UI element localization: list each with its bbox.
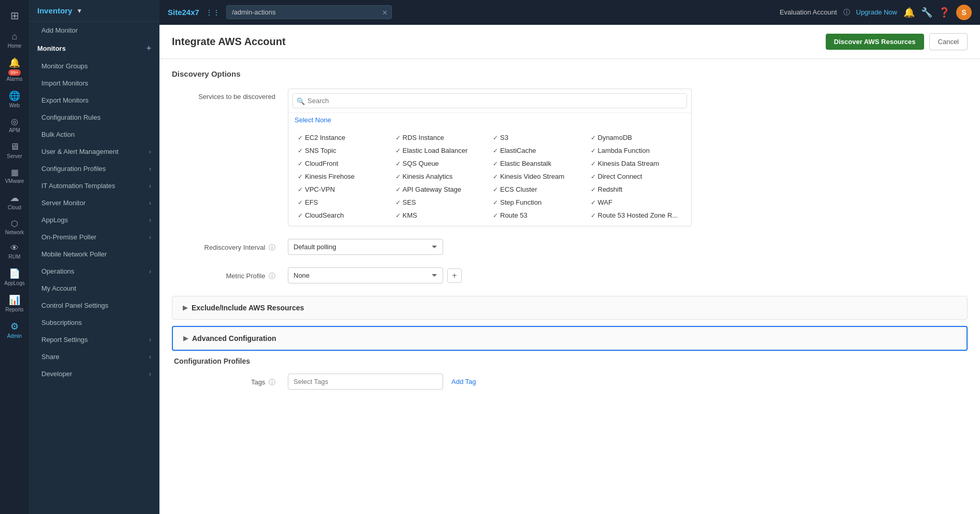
- service-check-icon: ✓: [396, 147, 401, 154]
- service-item[interactable]: ✓EC2 Instance: [295, 131, 392, 144]
- service-item[interactable]: ✓SNS Topic: [295, 144, 392, 157]
- metric-profile-info-icon: ⓘ: [269, 272, 275, 280]
- service-item[interactable]: ✓Kinesis Firehose: [295, 170, 392, 183]
- service-item[interactable]: ✓CloudFront: [295, 157, 392, 170]
- sidebar-item-applogs[interactable]: AppLogs ›: [29, 211, 159, 229]
- discover-aws-button[interactable]: Discover AWS Resources: [826, 34, 924, 50]
- service-item[interactable]: ✓RDS Instance: [392, 131, 490, 144]
- services-search-icon: 🔍: [297, 97, 305, 105]
- service-item[interactable]: ✓CloudSearch: [295, 209, 392, 222]
- search-clear-icon[interactable]: ✕: [382, 8, 388, 16]
- service-item[interactable]: ✓S3: [490, 131, 588, 144]
- sidebar-item-monitor-groups[interactable]: Monitor Groups: [29, 58, 159, 75]
- metric-profile-select[interactable]: None: [288, 267, 443, 283]
- sidebar-item-configuration-rules[interactable]: Configuration Rules: [29, 109, 159, 126]
- nav-item-admin[interactable]: ⚙ Admin: [0, 317, 29, 343]
- service-item[interactable]: ✓API Gateway Stage: [392, 183, 490, 196]
- service-item[interactable]: ✓SES: [392, 196, 490, 209]
- sidebar-item-on-premise[interactable]: On-Premise Poller ›: [29, 229, 159, 246]
- wrench-icon[interactable]: 🔧: [921, 7, 932, 18]
- service-check-icon: ✓: [298, 212, 303, 219]
- select-none-link[interactable]: Select None: [288, 113, 338, 127]
- service-item[interactable]: ✓Route 53: [490, 209, 588, 222]
- tags-info-icon: ⓘ: [269, 378, 275, 386]
- service-item[interactable]: ✓Direct Connect: [588, 170, 685, 183]
- service-item[interactable]: ✓VPC-VPN: [295, 183, 392, 196]
- sidebar-item-report-settings[interactable]: Report Settings ›: [29, 331, 159, 348]
- sidebar-item-monitors[interactable]: Monitors +: [29, 39, 159, 58]
- content-body: Discovery Options Services to be discove…: [159, 59, 980, 412]
- sidebar-item-my-account[interactable]: My Account: [29, 280, 159, 297]
- service-item[interactable]: ✓Route 53 Hosted Zone R...: [588, 209, 685, 222]
- nav-item-server[interactable]: 🖥 Server: [0, 137, 29, 163]
- eval-account-label: Evaluation Account: [780, 8, 837, 16]
- exclude-header[interactable]: ▶ Exclude/Include AWS Resources: [172, 296, 967, 319]
- nav-item-rum[interactable]: 👁 RUM: [0, 239, 29, 264]
- service-item[interactable]: ✓ElastiCache: [490, 144, 588, 157]
- sidebar-item-it-automation[interactable]: IT Automation Templates ›: [29, 177, 159, 194]
- nav-item-applogs[interactable]: 📄 AppLogs: [0, 264, 29, 290]
- sidebar-item-share[interactable]: Share ›: [29, 348, 159, 365]
- advanced-header[interactable]: ▶ Advanced Configuration: [173, 327, 967, 350]
- sidebar-item-developer[interactable]: Developer ›: [29, 365, 159, 382]
- report-settings-arrow-icon: ›: [149, 336, 151, 344]
- add-tag-link[interactable]: Add Tag: [451, 378, 476, 386]
- nav-item-apm[interactable]: ◎ APM: [0, 112, 29, 137]
- service-item[interactable]: ✓Elastic Beanstalk: [490, 157, 588, 170]
- service-item[interactable]: ✓EFS: [295, 196, 392, 209]
- avatar[interactable]: S: [956, 5, 972, 20]
- rediscovery-select[interactable]: Default polling 1 hour 6 hours 12 hours …: [288, 239, 443, 255]
- advanced-section: ▶ Advanced Configuration: [172, 326, 968, 351]
- sidebar-item-import-monitors[interactable]: Import Monitors: [29, 75, 159, 92]
- sidebar-item-user-alert[interactable]: User & Alert Management ›: [29, 143, 159, 160]
- nav-item-home[interactable]: ⌂ Home: [0, 27, 29, 53]
- monitors-add-icon[interactable]: +: [147, 44, 151, 53]
- nav-item-cloud[interactable]: ☁ Cloud: [0, 188, 29, 215]
- tags-input[interactable]: [288, 374, 443, 390]
- service-item[interactable]: ✓Kinesis Data Stream: [588, 157, 685, 170]
- service-item[interactable]: ✓KMS: [392, 209, 490, 222]
- applogs-arrow-icon: ›: [149, 217, 151, 224]
- service-item[interactable]: ✓Redshift: [588, 183, 685, 196]
- nav-item-alarms[interactable]: 🔔 99+ Alarms: [0, 53, 29, 86]
- service-item[interactable]: ✓Step Function: [490, 196, 588, 209]
- service-item[interactable]: ✓Kinesis Video Stream: [490, 170, 588, 183]
- topbar-search-input[interactable]: [226, 5, 392, 19]
- sidebar-item-add-monitor[interactable]: Add Monitor: [29, 22, 159, 39]
- sidebar-item-operations[interactable]: Operations ›: [29, 263, 159, 280]
- service-item[interactable]: ✓SQS Queue: [392, 157, 490, 170]
- sidebar-item-export-monitors[interactable]: Export Monitors: [29, 92, 159, 109]
- service-check-icon: ✓: [396, 186, 401, 193]
- sidebar-item-bulk-action[interactable]: Bulk Action: [29, 126, 159, 143]
- service-item[interactable]: ✓Kinesis Analytics: [392, 170, 490, 183]
- sidebar-item-mobile-network[interactable]: Mobile Network Poller: [29, 246, 159, 263]
- service-item[interactable]: ✓Lambda Function: [588, 144, 685, 157]
- service-item[interactable]: ✓Elastic Load Balancer: [392, 144, 490, 157]
- metric-profile-add-button[interactable]: +: [447, 268, 462, 283]
- sidebar-item-server-monitor[interactable]: Server Monitor ›: [29, 194, 159, 211]
- service-item[interactable]: ✓DynamoDB: [588, 131, 685, 144]
- nav-item-reports[interactable]: 📊 Reports: [0, 290, 29, 317]
- nav-item-web[interactable]: 🌐 Web: [0, 86, 29, 112]
- config-profiles-title: Configuration Profiles: [172, 357, 968, 365]
- services-search-input[interactable]: [292, 93, 687, 108]
- nav-item-network[interactable]: ⬡ Network: [0, 215, 29, 239]
- service-check-icon: ✓: [396, 173, 401, 180]
- sidebar-item-configuration-profiles[interactable]: Configuration Profiles ›: [29, 160, 159, 177]
- nav-item-vmware[interactable]: ▦ VMware: [0, 163, 29, 188]
- bell-icon[interactable]: 🔔: [903, 7, 915, 18]
- sidebar-item-control-panel[interactable]: Control Panel Settings: [29, 297, 159, 314]
- service-check-icon: ✓: [396, 212, 401, 219]
- upgrade-link[interactable]: Upgrade Now: [856, 8, 898, 16]
- sidebar-header[interactable]: Inventory ▼: [29, 0, 159, 22]
- cancel-button[interactable]: Cancel: [929, 33, 968, 50]
- service-item[interactable]: ✓ECS Cluster: [490, 183, 588, 196]
- sidebar-item-subscriptions[interactable]: Subscriptions: [29, 314, 159, 331]
- service-check-icon: ✓: [591, 186, 596, 193]
- grid-menu-icon[interactable]: ⊞: [5, 4, 24, 27]
- service-item[interactable]: ✓WAF: [588, 196, 685, 209]
- metric-profile-row: None +: [288, 267, 968, 283]
- on-premise-arrow-icon: ›: [149, 234, 151, 241]
- advanced-label: Advanced Configuration: [192, 334, 276, 342]
- help-icon[interactable]: ❓: [939, 7, 950, 18]
